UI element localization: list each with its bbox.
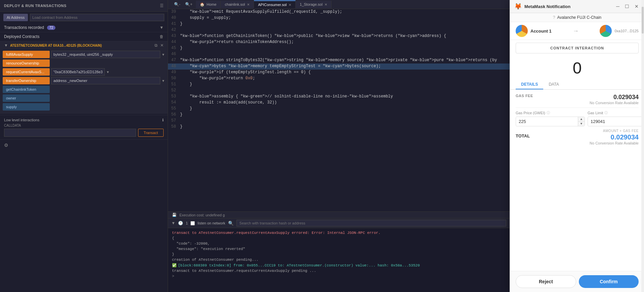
info-icon[interactable]: ℹ	[162, 118, 164, 122]
terminal-search-icon[interactable]: 🔍	[228, 221, 234, 226]
line-number: 46	[168, 51, 180, 56]
mm-title-text: MetaMask Notification	[524, 4, 570, 9]
line-content: "kw-purple">return 0x0;	[180, 76, 255, 81]
listen-checkbox[interactable]	[190, 221, 195, 225]
mm-maximize-button[interactable]: ☐	[624, 4, 631, 9]
settings-row: ⚙	[0, 139, 168, 151]
terminal-content: transact to ATestnetConsumer.requestCurr…	[168, 228, 510, 292]
line-number: 45	[168, 45, 180, 50]
mm-gas-price-up-button[interactable]: ▲	[578, 117, 585, 122]
line-content: "kw-blue">function getChainlinkToken() "…	[180, 33, 446, 38]
transfer-ownership-button[interactable]: transferOwnership	[3, 77, 50, 84]
contract-instance: ▼ ATESTNETCONSUMER AT 0XA10...4D125 (BLO…	[0, 41, 168, 114]
deployed-contracts-row: Deployed Contracts 🗑	[0, 32, 168, 41]
tab-storage[interactable]: 1_Storage.sol ✕	[296, 1, 332, 8]
tab-apiconsumer-close[interactable]: ✕	[289, 3, 291, 7]
mm-fee-conversion: No Conversion Rate Available	[590, 101, 639, 105]
copy-icon[interactable]: ⧉	[155, 43, 158, 48]
zoom-in-icon[interactable]: 🔍+	[184, 1, 194, 7]
metamask-panel: 🦊 MetaMask Notification ─ ☐ ✕ ? Avalanch…	[510, 0, 644, 292]
line-number: 56	[168, 112, 180, 117]
code-line: 58}	[168, 124, 510, 130]
gear-icon[interactable]: ⚙	[4, 142, 8, 148]
line-number: 55	[168, 106, 180, 111]
tab-chainlink[interactable]: chainlink.sol ✕	[221, 1, 254, 8]
request-current-avax-button[interactable]: requestCurrentAvaxS...	[3, 68, 50, 76]
request-params-input[interactable]	[51, 68, 105, 76]
tab-storage-label: 1_Storage.sol	[300, 2, 323, 6]
gas-price-info-icon[interactable]: ⓘ	[547, 111, 550, 115]
execution-cost-icon: 💾	[172, 213, 177, 217]
chevron-down-icon[interactable]: ▼	[162, 53, 165, 56]
panel-menu-icon[interactable]: ☰	[160, 3, 164, 8]
mm-gas-price-down-button[interactable]: ▼	[578, 122, 585, 126]
supply-button[interactable]: supply	[3, 103, 50, 111]
renounce-ownership-button[interactable]: renounceOwnership	[3, 59, 50, 67]
chevron-down-icon[interactable]: ▼	[160, 25, 164, 30]
transfer-params-input[interactable]	[51, 77, 160, 84]
editor-area[interactable]: 39 "kw-blue">emit RequestAvaxSupplyFulfi…	[168, 9, 510, 211]
line-content: "kw-purple">return chainlinkTokenAddress…	[180, 39, 294, 44]
tab-home[interactable]: 🏠 Home	[196, 1, 221, 8]
trash-icon[interactable]: 🗑	[160, 34, 164, 39]
mm-account-info: Account 1	[530, 29, 552, 34]
mm-scrollbar[interactable]	[641, 0, 644, 292]
terminal-prompt: >	[172, 274, 506, 278]
get-chainlink-token-button[interactable]: getChainlinkToken	[3, 86, 50, 93]
contract-instance-name: ATESTNETCONSUMER AT 0XA10...4D125 (BLOCK…	[10, 44, 102, 47]
at-address-button[interactable]: At Address	[3, 14, 28, 21]
terminal-count: 1	[186, 221, 188, 225]
terminal-down-icon[interactable]: ▼	[171, 221, 175, 225]
low-level-section: Low level interactions ℹ CALLDATA Transa…	[0, 115, 168, 139]
line-content: "kw-blue">function stringToBytes32("kw-c…	[180, 57, 497, 62]
mm-gas-limit-input[interactable]	[588, 117, 644, 126]
mm-total-value: 0.029034 No Conversion Rate Available	[590, 133, 639, 145]
mm-tab-details[interactable]: DETAILS	[516, 80, 543, 89]
owner-button[interactable]: owner	[3, 94, 50, 102]
chevron-down-icon[interactable]: ▼	[162, 79, 165, 83]
terminal-clock-icon[interactable]: 🕐	[178, 221, 183, 225]
mm-fee-value: 0.029034 No Conversion Rate Available	[590, 94, 639, 105]
calldata-label: CALLDATA	[4, 124, 164, 127]
mm-tab-data[interactable]: DATA	[543, 80, 564, 89]
line-content: }	[180, 106, 192, 111]
tab-storage-close[interactable]: ✕	[325, 3, 327, 6]
mm-title-left: 🦊 MetaMask Notification	[514, 3, 570, 10]
mm-minimize-button[interactable]: ─	[615, 4, 621, 9]
mm-gas-price-input[interactable]	[516, 117, 578, 126]
code-line: 48 "kw-cyan">bytes "kw-blue">memory temp…	[168, 64, 510, 70]
mm-titlebar: 🦊 MetaMask Notification ─ ☐ ✕	[510, 0, 644, 13]
mm-close-button[interactable]: ✕	[633, 4, 640, 9]
line-number: 53	[168, 94, 180, 99]
at-address-input[interactable]	[30, 14, 164, 21]
help-icon[interactable]: ?	[553, 15, 555, 20]
fulfill-avax-supply-button[interactable]: fulfillAvaxSupply	[3, 51, 50, 58]
chevron-right-icon: ▼	[4, 43, 8, 48]
terminal-line: transact to ATestnetConsumer.requestCurr…	[172, 231, 506, 235]
zoom-out-icon[interactable]: 🔍-	[173, 1, 182, 7]
mm-confirm-button[interactable]: Confirm	[579, 275, 639, 288]
terminal-search-input[interactable]	[237, 220, 506, 226]
terminal-line: creation of ATestnetConsumer pending...	[172, 258, 506, 262]
code-line: 47"kw-blue">function stringToBytes32("kw…	[168, 57, 510, 64]
calldata-input[interactable]	[4, 129, 136, 137]
mm-scrollbar-thumb	[642, 7, 644, 34]
fulfill-params-input[interactable]	[51, 51, 160, 58]
line-number: 43	[168, 33, 180, 38]
chevron-down-icon[interactable]: ▼	[106, 70, 110, 74]
mm-reject-button[interactable]: Reject	[516, 275, 576, 288]
tab-apiconsumer[interactable]: APIConsumer.sol ✕	[254, 0, 296, 8]
tab-chainlink-close[interactable]: ✕	[247, 3, 250, 6]
mm-window-controls: ─ ☐ ✕	[615, 4, 640, 9]
contract-instance-header[interactable]: ▼ ATESTNETCONSUMER AT 0XA10...4D125 (BLO…	[0, 41, 168, 49]
line-number: 44	[168, 39, 180, 44]
transact-button[interactable]: Transact	[138, 129, 164, 137]
close-icon[interactable]: ✕	[160, 43, 164, 48]
listen-label: listen on network	[198, 221, 225, 225]
gas-limit-info-icon[interactable]: ⓘ	[604, 111, 608, 115]
mm-total-row: TOTAL 0.029034 No Conversion Rate Availa…	[516, 133, 639, 145]
avatar-receiver	[600, 25, 612, 37]
transactions-row: Transactions recorded 72 ▼	[0, 23, 168, 32]
line-content: supply = _supply;	[180, 15, 231, 20]
code-line: 41}	[168, 21, 510, 27]
